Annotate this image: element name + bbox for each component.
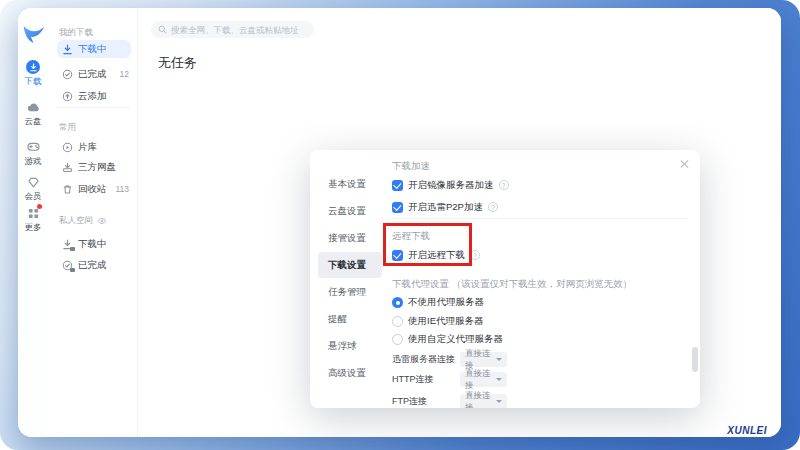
search-bar[interactable] xyxy=(151,21,314,38)
connection-select[interactable]: 直接连接 xyxy=(460,372,507,387)
checkbox-label: 开启镜像服务器加速 xyxy=(408,179,494,192)
sidebar-item-cloud-add[interactable]: 云添加 xyxy=(57,87,131,105)
more-grid-icon xyxy=(26,206,40,220)
radio-label: 使用自定义代理服务器 xyxy=(408,333,503,346)
dialog-scrollbar[interactable] xyxy=(692,347,698,372)
checkbox-label: 开启迅雷P2P加速 xyxy=(408,201,483,214)
sidebar-item-private-downloading[interactable]: 下载中 xyxy=(57,235,131,253)
proxy-row-xunlei-server: 迅雷服务器连接 直接连接 xyxy=(392,352,507,367)
check-lock-icon xyxy=(62,260,73,271)
radio-selected-icon[interactable] xyxy=(392,297,403,308)
section-divider xyxy=(392,218,688,219)
radio-custom-proxy[interactable]: 使用自定义代理服务器 xyxy=(392,333,503,346)
notification-dot xyxy=(37,204,42,209)
select-value: 直接连接 xyxy=(465,368,496,392)
proxy-row-label: HTTP连接 xyxy=(392,373,460,386)
xunlei-watermark: XUNLEI xyxy=(727,425,767,436)
sidebar-item-label: 已完成 xyxy=(78,259,131,272)
checkbox-row-mirror-accel: 开启镜像服务器加速 xyxy=(392,178,509,192)
proxy-row-label: 迅雷服务器连接 xyxy=(392,353,460,366)
settings-nav-floatball[interactable]: 悬浮球 xyxy=(318,333,382,359)
count-badge: 12 xyxy=(120,69,129,79)
rail-item-download[interactable]: 下载 xyxy=(18,60,48,88)
radio-ie-proxy[interactable]: 使用IE代理服务器 xyxy=(392,315,483,328)
help-icon[interactable] xyxy=(499,180,509,190)
red-highlight-annotation xyxy=(383,223,472,266)
proxy-note: （该设置仅对下载生效，对网页浏览无效） xyxy=(452,278,633,289)
checkbox-row-p2p-accel: 开启迅雷P2P加速 xyxy=(392,200,498,214)
sidebar-item-label: 下载中 xyxy=(78,43,131,56)
rail-item-games[interactable]: 游戏 xyxy=(18,140,48,168)
chevron-down-icon xyxy=(496,378,502,381)
checkbox-checked-icon[interactable] xyxy=(392,202,403,213)
sidebar-item-downloading[interactable]: 下载中 xyxy=(57,40,131,58)
connection-select[interactable]: 直接连接 xyxy=(460,352,507,367)
section-title-accel: 下载加速 xyxy=(392,160,430,173)
empty-state-title: 无任务 xyxy=(158,54,197,72)
checkbox-checked-icon[interactable] xyxy=(392,180,403,191)
xunlei-logo-icon xyxy=(21,24,46,46)
rail-label: 下载 xyxy=(25,76,42,88)
sidebar-item-media-library[interactable]: 片库 xyxy=(57,138,131,156)
rail-label: 云盘 xyxy=(25,116,42,128)
settings-nav-advanced[interactable]: 高级设置 xyxy=(318,360,382,386)
section-label-common: 常用 xyxy=(59,122,76,134)
search-icon xyxy=(158,25,167,34)
radio-label: 使用IE代理服务器 xyxy=(408,315,483,328)
download-icon xyxy=(26,60,40,74)
section-label-private-space: 私人空间 xyxy=(59,215,107,227)
search-input[interactable] xyxy=(171,25,307,35)
select-value: 直接连接 xyxy=(465,390,496,409)
settings-nav-reminder[interactable]: 提醒 xyxy=(318,306,382,332)
play-circle-icon xyxy=(62,142,73,153)
rail-item-more[interactable]: 更多 xyxy=(18,206,48,234)
diamond-icon xyxy=(26,175,40,189)
sidebar-item-label: 片库 xyxy=(78,141,131,154)
help-icon[interactable] xyxy=(488,202,498,212)
connection-select[interactable]: 直接连接 xyxy=(460,394,507,408)
rail-item-vip[interactable]: 会员 xyxy=(18,175,48,203)
sidebar-item-label: 回收站 xyxy=(78,183,110,196)
sidebar-item-private-completed[interactable]: 已完成 xyxy=(57,256,131,274)
radio-unselected-icon[interactable] xyxy=(392,316,403,327)
count-badge: 113 xyxy=(115,184,129,194)
lock-badge xyxy=(70,268,75,272)
settings-nav-basic[interactable]: 基本设置 xyxy=(318,171,382,197)
section-label-my-downloads: 我的下载 xyxy=(59,27,93,39)
lock-badge xyxy=(70,247,75,251)
sidebar-item-third-party-drive[interactable]: 三方网盘 xyxy=(57,158,131,176)
radio-no-proxy[interactable]: 不使用代理服务器 xyxy=(392,296,484,309)
desktop-background: 下载 云盘 游戏 xyxy=(0,0,800,450)
chevron-down-icon xyxy=(496,400,502,403)
sidebar-item-label: 已完成 xyxy=(78,68,115,81)
left-rail: 下载 云盘 游戏 xyxy=(18,8,48,437)
settings-content: 下载加速 开启镜像服务器加速 开启迅雷P2P加速 远程下载 开启远程下载 下 xyxy=(392,150,700,408)
network-drive-icon xyxy=(62,162,73,173)
sidebar-item-label: 云添加 xyxy=(78,90,131,103)
cloud-icon xyxy=(26,100,40,114)
sidebar-item-label: 下载中 xyxy=(78,238,131,251)
eye-icon[interactable] xyxy=(97,216,107,226)
settings-nav-takeover[interactable]: 接管设置 xyxy=(318,225,382,251)
download-lock-icon xyxy=(62,239,73,250)
settings-nav-task[interactable]: 任务管理 xyxy=(318,279,382,305)
sidebar-item-completed[interactable]: 已完成 12 xyxy=(57,65,131,83)
proxy-row-http: HTTP连接 直接连接 xyxy=(392,372,507,387)
proxy-title: 下载代理设置 xyxy=(392,278,449,289)
gamepad-icon xyxy=(26,140,40,154)
download-arrow-icon xyxy=(62,44,73,55)
settings-nav-download[interactable]: 下载设置 xyxy=(318,252,382,278)
proxy-row-ftp: FTP连接 直接连接 xyxy=(392,394,507,408)
rail-label: 会员 xyxy=(25,191,42,203)
sidebar-item-recycle-bin[interactable]: 回收站 113 xyxy=(57,180,131,198)
private-space-label: 私人空间 xyxy=(59,215,93,227)
rail-item-cloud-drive[interactable]: 云盘 xyxy=(18,100,48,128)
settings-nav-cloud[interactable]: 云盘设置 xyxy=(318,198,382,224)
trash-icon xyxy=(62,184,73,195)
settings-dialog: 基本设置 云盘设置 接管设置 下载设置 任务管理 提醒 悬浮球 高级设置 下载加… xyxy=(310,150,700,408)
check-circle-icon xyxy=(62,69,73,80)
download-sidebar: 我的下载 下载中 已完成 12 云添加 常用 xyxy=(48,8,138,437)
radio-unselected-icon[interactable] xyxy=(392,334,403,345)
section-title-proxy: 下载代理设置 （该设置仅对下载生效，对网页浏览无效） xyxy=(392,278,632,291)
sidebar-divider xyxy=(57,107,131,108)
